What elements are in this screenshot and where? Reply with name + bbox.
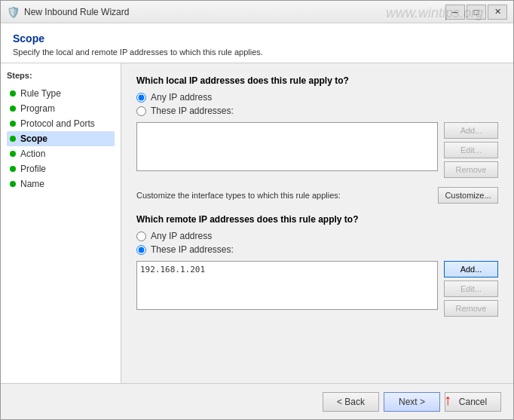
remote-any-ip-label[interactable]: Any IP address — [151, 231, 212, 241]
main-content: Which local IP addresses does this rule … — [121, 63, 513, 383]
remote-any-ip-radio[interactable] — [136, 231, 146, 241]
local-ip-section: Which local IP addresses does this rule … — [136, 75, 498, 178]
remote-add-button[interactable]: Add... — [444, 261, 498, 277]
remote-these-ips-label[interactable]: These IP addresses: — [151, 244, 234, 255]
sidebar-item-profile[interactable]: Profile — [7, 161, 115, 176]
local-radio-group: Any IP address These IP addresses: — [136, 92, 498, 116]
local-remove-button[interactable]: Remove — [444, 161, 498, 178]
sidebar-item-rule-type[interactable]: Rule Type — [7, 86, 115, 101]
local-any-ip-row: Any IP address — [136, 92, 498, 103]
sidebar-item-label-action: Action — [20, 149, 45, 159]
step-dot-name — [10, 181, 16, 187]
local-ip-textarea[interactable] — [136, 122, 438, 171]
steps-label: Steps: — [7, 71, 115, 80]
remote-ip-section: Which remote IP addresses does this rule… — [136, 214, 498, 317]
title-bar-left: 🛡️ New Inbound Rule Wizard — [7, 6, 129, 18]
local-ip-buttons: Add... Edit... Remove — [444, 122, 498, 178]
sidebar-item-label-scope: Scope — [20, 133, 47, 144]
step-dot-protocol — [10, 121, 16, 127]
close-button[interactable]: ✕ — [488, 5, 507, 20]
remote-these-ips-radio[interactable] — [136, 245, 146, 255]
local-these-ips-row: These IP addresses: — [136, 106, 498, 116]
title-bar: 🛡️ New Inbound Rule Wizard ─ □ ✕ — [1, 1, 513, 23]
step-dot-rule-type — [10, 90, 16, 97]
minimize-button[interactable]: ─ — [445, 5, 465, 20]
sidebar: Steps: Rule Type Program Protocol and Po… — [1, 63, 121, 383]
back-button[interactable]: < Back — [323, 392, 379, 412]
step-dot-profile — [10, 166, 16, 172]
title-controls: ─ □ ✕ — [445, 5, 507, 20]
sidebar-item-scope[interactable]: Scope — [7, 131, 115, 146]
remote-section-title: Which remote IP addresses does this rule… — [136, 214, 498, 225]
page-subtitle: Specify the local and remote IP addresse… — [13, 48, 501, 57]
local-these-ips-radio[interactable] — [136, 106, 146, 116]
sidebar-item-protocol[interactable]: Protocol and Ports — [7, 116, 115, 131]
local-add-button[interactable]: Add... — [444, 122, 498, 139]
maximize-button[interactable]: □ — [467, 5, 486, 20]
step-dot-scope — [10, 136, 16, 142]
window-icon: 🛡️ — [7, 6, 20, 18]
sidebar-item-label-name: Name — [20, 179, 44, 189]
local-edit-button[interactable]: Edit... — [444, 142, 498, 158]
step-dot-action — [10, 151, 16, 157]
window: 🛡️ New Inbound Rule Wizard ─ □ ✕ www.win… — [0, 0, 514, 420]
sidebar-item-label-protocol: Protocol and Ports — [20, 118, 95, 129]
sidebar-item-name[interactable]: Name — [7, 176, 115, 192]
main-layout: Steps: Rule Type Program Protocol and Po… — [1, 63, 513, 383]
remote-ip-buttons: Add... Edit... Remove — [444, 261, 498, 317]
remote-ip-box-area: Add... Edit... Remove — [136, 261, 498, 317]
local-these-ips-label[interactable]: These IP addresses: — [151, 106, 234, 116]
remote-remove-button[interactable]: Remove — [444, 300, 498, 317]
remote-radio-group: Any IP address These IP addresses: — [136, 231, 498, 255]
local-any-ip-label[interactable]: Any IP address — [151, 92, 212, 103]
customize-text: Customize the interface types to which t… — [136, 191, 341, 200]
page-header: Scope Specify the local and remote IP ad… — [1, 23, 513, 63]
local-ip-box-area: Add... Edit... Remove — [136, 122, 498, 178]
remote-any-ip-row: Any IP address — [136, 231, 498, 241]
window-title: New Inbound Rule Wizard — [24, 7, 129, 17]
sidebar-item-label-program: Program — [20, 103, 55, 114]
remote-these-ips-row: These IP addresses: — [136, 244, 498, 255]
sidebar-item-action[interactable]: Action — [7, 146, 115, 161]
next-button[interactable]: Next > — [384, 392, 440, 412]
sidebar-item-label-profile: Profile — [20, 164, 46, 174]
sidebar-item-label-rule-type: Rule Type — [20, 88, 61, 99]
cancel-button[interactable]: Cancel — [445, 392, 501, 412]
customize-button[interactable]: Customize... — [438, 187, 498, 204]
page-header-inner: Scope Specify the local and remote IP ad… — [1, 23, 513, 63]
local-section-title: Which local IP addresses does this rule … — [136, 75, 498, 86]
sidebar-item-program[interactable]: Program — [7, 101, 115, 116]
local-any-ip-radio[interactable] — [136, 93, 146, 103]
remote-ip-textarea[interactable] — [136, 261, 438, 310]
footer: < Back Next > Cancel — [1, 383, 513, 419]
page-title: Scope — [13, 32, 501, 44]
customize-row: Customize the interface types to which t… — [136, 187, 498, 204]
remote-edit-button[interactable]: Edit... — [444, 281, 498, 297]
step-dot-program — [10, 106, 16, 112]
